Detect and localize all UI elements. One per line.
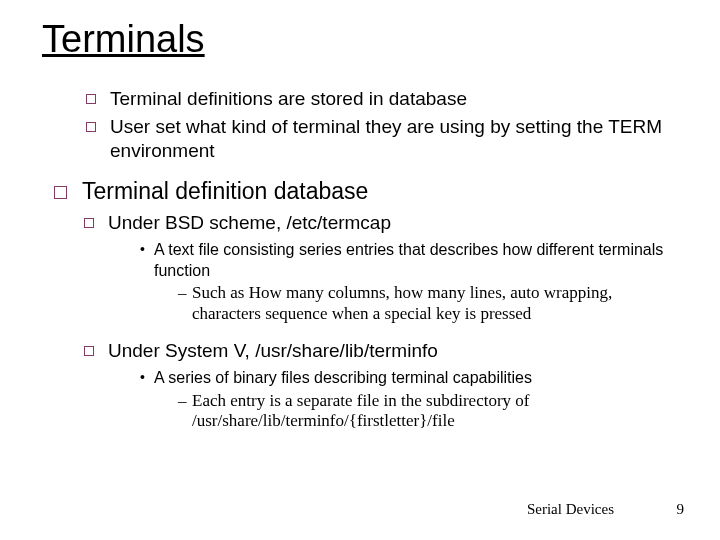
page-number: 9 bbox=[677, 501, 685, 518]
scheme-note: Such as How many columns, how many lines… bbox=[178, 283, 684, 324]
scheme-detail: A series of binary files describing term… bbox=[140, 368, 684, 438]
section-heading-item: Terminal definition database Under BSD s… bbox=[54, 178, 684, 443]
intro-item: User set what kind of terminal they are … bbox=[86, 115, 684, 164]
slide-title: Terminals bbox=[42, 18, 684, 61]
intro-item: Terminal definitions are stored in datab… bbox=[86, 87, 684, 112]
scheme-detail-list: A series of binary files describing term… bbox=[108, 364, 684, 444]
scheme-detail-list: A text file consisting series entries th… bbox=[108, 236, 684, 336]
intro-list: Terminal definitions are stored in datab… bbox=[42, 87, 684, 164]
scheme-label: Under BSD scheme, /etc/termcap bbox=[108, 212, 391, 233]
section-list: Terminal definition database Under BSD s… bbox=[42, 178, 684, 443]
scheme-detail-text: A series of binary files describing term… bbox=[154, 369, 532, 386]
slide: Terminals Terminal definitions are store… bbox=[0, 0, 720, 540]
scheme-item: Under System V, /usr/share/lib/terminfo … bbox=[84, 339, 684, 443]
scheme-note: Each entry is a separate file in the sub… bbox=[178, 391, 684, 432]
scheme-detail-text: A text file consisting series entries th… bbox=[154, 241, 663, 279]
scheme-note-list: Each entry is a separate file in the sub… bbox=[154, 389, 684, 438]
scheme-label: Under System V, /usr/share/lib/terminfo bbox=[108, 340, 438, 361]
scheme-list: Under BSD scheme, /etc/termcap A text fi… bbox=[82, 211, 684, 443]
section-heading: Terminal definition database bbox=[82, 178, 368, 204]
scheme-item: Under BSD scheme, /etc/termcap A text fi… bbox=[84, 211, 684, 336]
footer-label: Serial Devices bbox=[527, 501, 614, 518]
scheme-note-list: Such as How many columns, how many lines… bbox=[154, 281, 684, 330]
scheme-detail: A text file consisting series entries th… bbox=[140, 240, 684, 330]
